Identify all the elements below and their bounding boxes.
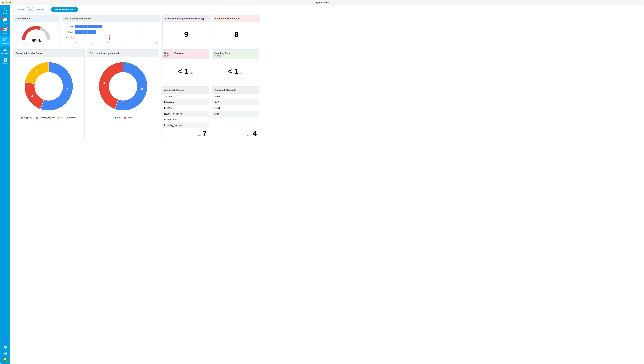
card-title: Conversations (carried over/today) — [162, 15, 210, 22]
sidebar-item-chats[interactable]: 1 Chats — [0, 16, 10, 26]
capacity-row: Messaging — [65, 36, 157, 39]
donut-value: 5 — [67, 88, 68, 91]
card-header: Speed of Answer (Average) — [162, 50, 209, 59]
sidebar-item-label: Conversations — [0, 53, 10, 55]
list-item[interactable]: Issues_Resolution — [162, 111, 209, 117]
list-item[interactable]: Marketing — [162, 100, 209, 105]
exit-icon[interactable] — [4, 351, 7, 355]
card-title: Handling Time — [214, 52, 256, 55]
sidebar-item-contacts[interactable]: Contacts — [0, 56, 10, 66]
card-convo-queues: Conversations by Queues 522 Support_ITIn… — [13, 50, 85, 139]
legend-queues: Support_ITIncoming_SupportIssues_Resolut… — [21, 117, 76, 119]
window-controls — [2, 2, 11, 4]
col-handling-channels: Handling Time (Average) < 1min Assigned … — [212, 50, 259, 139]
sidebar-item-label: Dashboard — [1, 43, 9, 45]
total-value: 7 — [202, 130, 206, 138]
card-title: My Capacity by Channel — [62, 15, 160, 22]
badge-chats: 1 — [2, 17, 4, 19]
legend-item: Incoming_Support — [36, 117, 55, 119]
legend-label: Support_IT — [24, 117, 34, 119]
capacity-chart: Chat4 / 3Email3 / 10Messaging036912 — [62, 22, 160, 47]
card-title: Conversations closed — [213, 15, 260, 22]
sidebar-item-label: Email — [3, 33, 7, 35]
gear-icon[interactable] — [4, 345, 7, 349]
gauge-value: 59% — [20, 38, 52, 44]
capacity-axis: 036912 — [75, 41, 157, 44]
list-item[interactable]: QueueMaster — [162, 117, 209, 123]
donut-slice — [24, 82, 44, 109]
card-assigned-channels: Assigned Channels VoiceSMSEmailChat Tota… — [212, 86, 259, 139]
tab-queues[interactable]: Queues — [32, 7, 49, 13]
list-item[interactable]: Chat — [212, 111, 259, 117]
capacity-row: Chat4 / 3 — [65, 25, 157, 29]
main-content: Agents Queues My Performance My Workload — [10, 5, 644, 364]
sidebar-item-label: Calls — [3, 13, 7, 15]
card-title: Assigned Queues — [162, 87, 209, 94]
legend-label: Email — [127, 117, 132, 119]
list-item[interactable]: SMS — [212, 100, 259, 105]
card-subtitle: (Average) — [214, 55, 256, 57]
legend-label: Chat — [117, 117, 122, 119]
handling-value: < 1min — [214, 62, 256, 81]
legend-item: Email — [124, 117, 132, 119]
app-body: Calls 1 Chats 5 3 Email Dashboard Conver… — [0, 5, 644, 364]
sidebar-item-conversations[interactable]: Conversations — [0, 46, 10, 56]
legend-swatch — [58, 117, 60, 119]
badge-email-top: 5 — [6, 26, 9, 29]
sidebar-item-calls[interactable]: Calls — [0, 6, 10, 16]
total-value: 4 — [253, 130, 256, 138]
card-carried: Conversations (carried over/today) 9 — [162, 15, 210, 47]
list-item[interactable]: Email — [212, 105, 259, 111]
titlebar: Agent panel — [0, 0, 644, 5]
capacity-label: Messaging — [65, 36, 75, 39]
capacity-label: Chat — [65, 26, 75, 28]
list-item[interactable]: Support_IT — [162, 94, 209, 100]
minimize-window-icon[interactable] — [6, 2, 8, 4]
card-title: Assigned Channels — [212, 87, 259, 94]
col-speed-queues: Speed of Answer (Average) < 1min Assigne… — [162, 50, 209, 139]
capacity-track — [75, 36, 157, 39]
legend-item: Support_IT — [21, 117, 34, 119]
sidebar-item-label: Contacts — [2, 63, 8, 65]
card-title: Speed of Answer — [164, 52, 206, 55]
legend-item: Issues_Resolution — [58, 117, 76, 119]
donut-value: 2 — [36, 70, 37, 73]
capacity-marker — [109, 35, 110, 40]
card-handling: Handling Time (Average) < 1min — [212, 50, 259, 84]
badge-email-left: 3 — [1, 28, 4, 31]
legend-swatch — [21, 117, 23, 119]
card-title: Conversations by Queues — [13, 50, 84, 57]
card-subtitle: (Average) — [164, 55, 206, 57]
capacity-marker — [96, 25, 96, 29]
avatar[interactable] — [3, 357, 8, 362]
donut-channels-chart: 54 — [96, 59, 150, 113]
assigned-queues-list[interactable]: Support_ITMarketingLineProIssues_Resolut… — [162, 94, 209, 128]
list-item[interactable]: Incoming_Support — [162, 123, 209, 128]
list-item[interactable]: Voice — [212, 94, 259, 100]
card-convo-channels: Conversations by channels 54 ChatEmail — [87, 50, 159, 139]
top-row: My Workload 59% My Capacity by Chann — [13, 15, 642, 47]
window-title: Agent panel — [315, 1, 329, 4]
tab-agents[interactable]: Agents — [13, 7, 30, 13]
total-row: Total: 7 — [162, 128, 209, 139]
card-assigned-queues: Assigned Queues Support_ITMarketingLineP… — [162, 86, 209, 139]
conversations-icon — [3, 48, 7, 52]
total-row: Total: 4 — [212, 128, 259, 139]
sidebar-item-email[interactable]: 5 3 Email — [0, 26, 10, 36]
card-closed: Conversations closed 8 — [212, 15, 260, 47]
close-window-icon[interactable] — [2, 2, 4, 4]
sidebar-item-dashboard[interactable]: Dashboard — [0, 36, 10, 46]
tab-my-performance[interactable]: My Performance — [51, 7, 78, 13]
sidebar-bottom — [3, 345, 8, 364]
speed-value: < 1min — [164, 62, 206, 81]
maximize-window-icon[interactable] — [9, 2, 11, 4]
list-item[interactable]: LinePro — [162, 105, 209, 111]
dashboard-icon — [3, 38, 7, 42]
capacity-row: Email3 / 10 — [65, 30, 157, 34]
card-speed: Speed of Answer (Average) < 1min — [162, 50, 209, 84]
legend-swatch — [114, 117, 116, 119]
assigned-channels-list: VoiceSMSEmailChat — [212, 94, 259, 117]
donut-queues-chart: 522 — [22, 59, 76, 113]
donut-value: 2 — [31, 94, 33, 97]
legend-swatch — [124, 117, 126, 119]
